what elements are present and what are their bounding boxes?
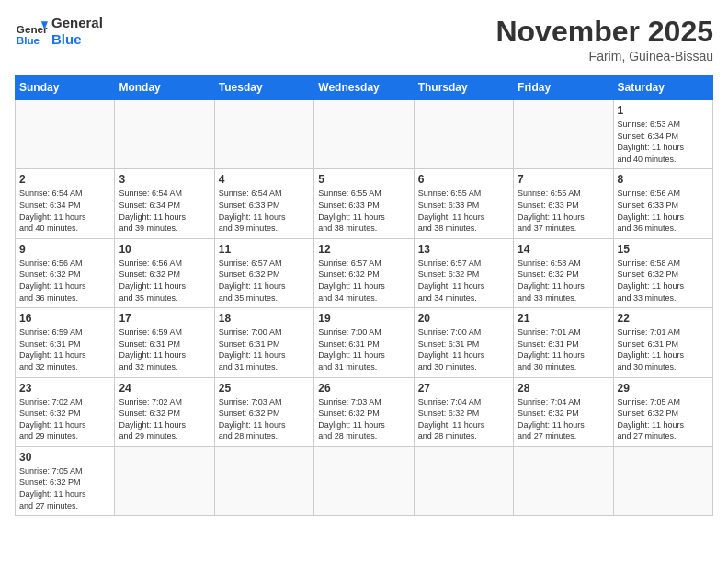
calendar-day-cell [414,100,513,169]
calendar-week-row: 16Sunrise: 6:59 AM Sunset: 6:31 PM Dayli… [16,308,713,377]
day-number: 25 [219,382,310,395]
calendar-day-cell: 21Sunrise: 7:01 AM Sunset: 6:31 PM Dayli… [514,308,613,377]
logo-icon: General Blue [15,15,48,48]
day-info: Sunrise: 7:02 AM Sunset: 6:32 PM Dayligh… [19,396,110,442]
calendar-day-cell: 29Sunrise: 7:05 AM Sunset: 6:32 PM Dayli… [613,377,712,446]
day-number: 10 [119,243,210,256]
calendar-day-cell: 7Sunrise: 6:55 AM Sunset: 6:33 PM Daylig… [514,169,613,238]
day-number: 1 [618,104,709,117]
day-number: 27 [418,382,509,395]
day-number: 4 [219,173,310,186]
calendar-day-cell: 17Sunrise: 6:59 AM Sunset: 6:31 PM Dayli… [115,308,214,377]
day-info: Sunrise: 7:05 AM Sunset: 6:32 PM Dayligh… [19,465,110,511]
day-number: 18 [219,312,310,325]
day-info: Sunrise: 6:54 AM Sunset: 6:34 PM Dayligh… [19,188,110,234]
day-info: Sunrise: 7:02 AM Sunset: 6:32 PM Dayligh… [119,396,210,442]
day-number: 5 [318,173,409,186]
calendar-day-cell: 2Sunrise: 6:54 AM Sunset: 6:34 PM Daylig… [16,169,115,238]
calendar-header-row: SundayMondayTuesdayWednesdayThursdayFrid… [16,75,713,100]
day-info: Sunrise: 6:56 AM Sunset: 6:32 PM Dayligh… [19,258,110,304]
calendar-day-cell [414,446,513,515]
day-info: Sunrise: 7:04 AM Sunset: 6:32 PM Dayligh… [518,396,609,442]
calendar-day-cell: 26Sunrise: 7:03 AM Sunset: 6:32 PM Dayli… [314,377,414,446]
day-info: Sunrise: 6:53 AM Sunset: 6:34 PM Dayligh… [618,119,709,165]
calendar-day-cell [214,446,313,515]
day-number: 24 [119,382,210,395]
day-info: Sunrise: 6:55 AM Sunset: 6:33 PM Dayligh… [318,188,409,234]
day-info: Sunrise: 6:56 AM Sunset: 6:32 PM Dayligh… [119,258,210,304]
calendar-day-cell [16,100,115,169]
calendar-day-cell: 1Sunrise: 6:53 AM Sunset: 6:34 PM Daylig… [613,100,712,169]
calendar-header-tuesday: Tuesday [214,75,313,100]
calendar-day-cell: 25Sunrise: 7:03 AM Sunset: 6:32 PM Dayli… [214,377,313,446]
day-info: Sunrise: 6:59 AM Sunset: 6:31 PM Dayligh… [119,327,210,373]
calendar-day-cell: 13Sunrise: 6:57 AM Sunset: 6:32 PM Dayli… [414,238,513,307]
day-number: 26 [318,382,409,395]
calendar-week-row: 9Sunrise: 6:56 AM Sunset: 6:32 PM Daylig… [16,238,713,307]
day-number: 23 [19,382,110,395]
calendar-day-cell: 6Sunrise: 6:55 AM Sunset: 6:33 PM Daylig… [414,169,513,238]
day-info: Sunrise: 6:57 AM Sunset: 6:32 PM Dayligh… [219,258,310,304]
calendar-day-cell: 18Sunrise: 7:00 AM Sunset: 6:31 PM Dayli… [214,308,313,377]
day-info: Sunrise: 6:54 AM Sunset: 6:33 PM Dayligh… [219,188,310,234]
logo-general-text: General [51,15,103,31]
calendar-day-cell: 15Sunrise: 6:58 AM Sunset: 6:32 PM Dayli… [613,238,712,307]
calendar-day-cell: 16Sunrise: 6:59 AM Sunset: 6:31 PM Dayli… [16,308,115,377]
day-number: 11 [219,243,310,256]
day-info: Sunrise: 7:01 AM Sunset: 6:31 PM Dayligh… [518,327,609,373]
calendar-day-cell: 12Sunrise: 6:57 AM Sunset: 6:32 PM Dayli… [314,238,414,307]
day-number: 16 [19,312,110,325]
calendar-day-cell [314,100,414,169]
day-number: 12 [318,243,409,256]
day-number: 28 [518,382,609,395]
calendar-day-cell: 19Sunrise: 7:00 AM Sunset: 6:31 PM Dayli… [314,308,414,377]
calendar-day-cell [214,100,313,169]
day-info: Sunrise: 7:00 AM Sunset: 6:31 PM Dayligh… [318,327,409,373]
day-number: 19 [318,312,409,325]
month-title: November 2025 [495,15,713,49]
calendar-week-row: 2Sunrise: 6:54 AM Sunset: 6:34 PM Daylig… [16,169,713,238]
logo-blue-text: Blue [51,31,103,48]
calendar-day-cell [514,100,613,169]
calendar-day-cell: 23Sunrise: 7:02 AM Sunset: 6:32 PM Dayli… [16,377,115,446]
day-number: 14 [518,243,609,256]
day-info: Sunrise: 6:58 AM Sunset: 6:32 PM Dayligh… [518,258,609,304]
calendar-table: SundayMondayTuesdayWednesdayThursdayFrid… [15,75,713,516]
calendar-day-cell [314,446,414,515]
day-info: Sunrise: 6:54 AM Sunset: 6:34 PM Dayligh… [119,188,210,234]
calendar-day-cell: 11Sunrise: 6:57 AM Sunset: 6:32 PM Dayli… [214,238,313,307]
day-info: Sunrise: 7:03 AM Sunset: 6:32 PM Dayligh… [318,396,409,442]
calendar-header-wednesday: Wednesday [314,75,414,100]
location: Farim, Guinea-Bissau [495,49,713,63]
calendar-day-cell [514,446,613,515]
day-number: 22 [618,312,709,325]
day-info: Sunrise: 7:03 AM Sunset: 6:32 PM Dayligh… [219,396,310,442]
calendar-day-cell: 22Sunrise: 7:01 AM Sunset: 6:31 PM Dayli… [613,308,712,377]
day-number: 13 [418,243,509,256]
calendar-day-cell [115,100,214,169]
day-info: Sunrise: 6:55 AM Sunset: 6:33 PM Dayligh… [518,188,609,234]
day-number: 15 [618,243,709,256]
day-info: Sunrise: 7:05 AM Sunset: 6:32 PM Dayligh… [618,396,709,442]
day-info: Sunrise: 6:57 AM Sunset: 6:32 PM Dayligh… [418,258,509,304]
calendar-day-cell: 14Sunrise: 6:58 AM Sunset: 6:32 PM Dayli… [514,238,613,307]
day-info: Sunrise: 7:04 AM Sunset: 6:32 PM Dayligh… [418,396,509,442]
day-info: Sunrise: 6:55 AM Sunset: 6:33 PM Dayligh… [418,188,509,234]
day-number: 7 [518,173,609,186]
calendar-day-cell [115,446,214,515]
calendar-header-friday: Friday [514,75,613,100]
calendar-week-row: 30Sunrise: 7:05 AM Sunset: 6:32 PM Dayli… [16,446,713,515]
day-number: 20 [418,312,509,325]
calendar-day-cell: 27Sunrise: 7:04 AM Sunset: 6:32 PM Dayli… [414,377,513,446]
svg-text:Blue: Blue [17,34,40,46]
calendar-day-cell: 20Sunrise: 7:00 AM Sunset: 6:31 PM Dayli… [414,308,513,377]
calendar-day-cell: 4Sunrise: 6:54 AM Sunset: 6:33 PM Daylig… [214,169,313,238]
calendar-day-cell: 24Sunrise: 7:02 AM Sunset: 6:32 PM Dayli… [115,377,214,446]
calendar-day-cell: 10Sunrise: 6:56 AM Sunset: 6:32 PM Dayli… [115,238,214,307]
calendar-header-saturday: Saturday [613,75,712,100]
day-number: 29 [618,382,709,395]
calendar-header-monday: Monday [115,75,214,100]
logo: General Blue General Blue [15,15,103,48]
day-info: Sunrise: 6:57 AM Sunset: 6:32 PM Dayligh… [318,258,409,304]
calendar-day-cell: 3Sunrise: 6:54 AM Sunset: 6:34 PM Daylig… [115,169,214,238]
